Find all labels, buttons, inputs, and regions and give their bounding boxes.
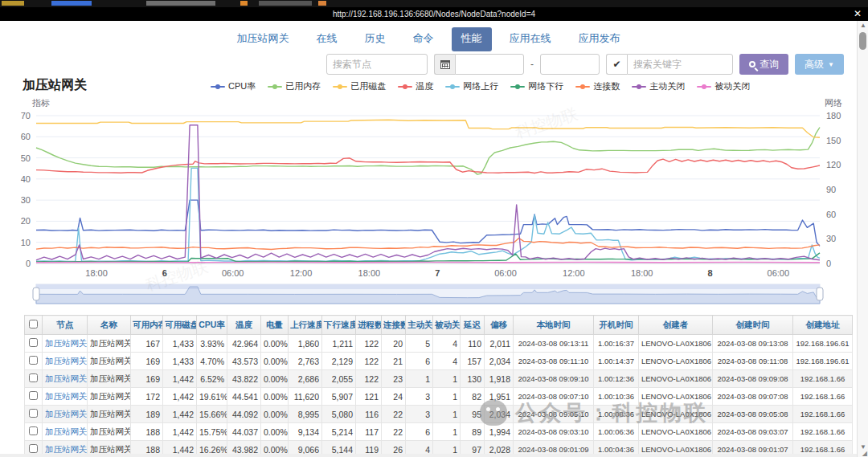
- vertical-scrollbar[interactable]: ▲ ▼ ◢: [857, 21, 868, 457]
- date-to-input[interactable]: [540, 54, 600, 75]
- cell: 2024-03-08 09:07:10: [514, 388, 594, 406]
- col-header: 下行速度: [322, 316, 356, 335]
- cell: 0.00%: [261, 353, 289, 370]
- cell: 0.00%: [261, 423, 289, 441]
- node-link[interactable]: 加压站网关: [45, 391, 88, 401]
- svg-text:12:00: 12:00: [563, 268, 585, 278]
- close-icon[interactable]: ✕: [854, 8, 862, 19]
- calendar-icon[interactable]: [434, 54, 455, 75]
- background-window-fragment: [259, 1, 312, 6]
- col-header: 创建时间: [713, 316, 793, 335]
- legend-item[interactable]: 网络上行: [445, 80, 498, 92]
- legend-marker-icon: [510, 84, 525, 90]
- row-checkbox[interactable]: [29, 444, 38, 453]
- col-header: 可用内存: [131, 316, 163, 335]
- scroll-up-icon[interactable]: ▲: [858, 21, 868, 31]
- search-node-input[interactable]: [326, 54, 428, 75]
- cell: 2024-03-08 09:03:07: [713, 423, 793, 441]
- svg-text:0: 0: [26, 259, 31, 268]
- performance-chart[interactable]: 0102030405060700306090120150180指标网络18:00…: [0, 96, 854, 308]
- tab-6[interactable]: 应用在线: [500, 27, 561, 51]
- cell: 9,134: [289, 423, 322, 441]
- legend-item[interactable]: 已用内存: [268, 80, 321, 92]
- col-header: 开机时间: [594, 316, 639, 335]
- svg-text:18:00: 18:00: [358, 268, 381, 278]
- search-keyword-input[interactable]: [627, 54, 733, 75]
- row-checkbox[interactable]: [29, 409, 38, 418]
- svg-text:18:00: 18:00: [85, 268, 108, 278]
- cell: 5,907: [322, 388, 356, 406]
- node-link[interactable]: 加压站网关: [45, 409, 88, 418]
- row-checkbox[interactable]: [29, 356, 38, 365]
- table-row: 加压站网关加压站网关1881,44215.75%44.0370.00%9,134…: [25, 423, 853, 441]
- cell: 122: [356, 335, 382, 353]
- svg-text:20: 20: [21, 216, 31, 226]
- svg-text:0: 0: [826, 259, 831, 268]
- node-link[interactable]: 加压站网关: [45, 444, 88, 454]
- cell: 1.00:08:36: [594, 406, 639, 423]
- row-checkbox[interactable]: [29, 391, 38, 400]
- col-header: 进程数: [356, 316, 382, 335]
- legend-marker-icon: [211, 84, 225, 90]
- cell: 44.092: [227, 406, 261, 423]
- legend-marker-icon: [268, 84, 282, 90]
- legend-marker-icon: [697, 84, 711, 90]
- cell: 2,055: [322, 370, 356, 388]
- cell: 117: [356, 423, 382, 441]
- node-link[interactable]: 加压站网关: [45, 373, 88, 383]
- cell: LENOVO-LA0X1806: [639, 406, 713, 423]
- cell: 1: [433, 388, 461, 406]
- legend-item[interactable]: 已用磁盘: [333, 80, 386, 92]
- tab-3[interactable]: 历史: [355, 27, 395, 51]
- background-window-fragment: [318, 1, 326, 6]
- cell: 4: [433, 353, 461, 370]
- row-checkbox[interactable]: [29, 373, 38, 382]
- popup-titlebar: http://192.168.196.136:6680/Nodes/NodeDa…: [0, 7, 868, 21]
- cell: 15.66%: [197, 406, 227, 423]
- legend-item[interactable]: 主动关闭: [632, 80, 685, 92]
- svg-text:18:00: 18:00: [631, 268, 653, 278]
- cell: 加压站网关: [43, 423, 88, 441]
- legend-item[interactable]: CPU率: [211, 80, 256, 92]
- cell: 加压站网关: [88, 406, 131, 423]
- cell: 169: [131, 353, 163, 370]
- cell: 167: [131, 335, 163, 353]
- date-from-input[interactable]: [455, 54, 524, 75]
- tab-7[interactable]: 应用发布: [569, 27, 630, 51]
- search-toolbar: - ✔ 查询 高级 ▼: [0, 51, 857, 77]
- row-checkbox[interactable]: [29, 338, 38, 347]
- legend-item[interactable]: 温度: [398, 80, 433, 92]
- scrollbar-thumb[interactable]: [859, 32, 866, 50]
- cell: 189: [131, 406, 163, 423]
- tab-2[interactable]: 在线: [307, 27, 347, 51]
- col-header: 被动关闭: [433, 316, 461, 335]
- legend-item[interactable]: 网络下行: [510, 80, 563, 92]
- cell: 1,860: [289, 335, 322, 353]
- chevron-down-icon: ▼: [828, 61, 834, 68]
- cell: 157: [461, 353, 485, 370]
- check-icon[interactable]: ✔: [606, 54, 627, 75]
- tab-5[interactable]: 性能: [452, 27, 492, 51]
- query-button[interactable]: 查询: [739, 54, 788, 75]
- advanced-button[interactable]: 高级 ▼: [795, 54, 844, 75]
- row-checkbox[interactable]: [29, 426, 38, 435]
- svg-text:70: 70: [21, 111, 31, 120]
- col-header: 连接数: [382, 316, 406, 335]
- node-data-table: 节点名称可用内存可用磁盘CPU率温度电量上行速度下行速度进程数连接数主动关闭被动…: [24, 315, 853, 457]
- cell: 2024-03-08 09:07:08: [713, 388, 793, 406]
- page-body: 加压站网关在线历史命令性能应用在线应用发布 - ✔ 查询 高级 ▼: [0, 21, 857, 457]
- legend-item[interactable]: 连接数: [575, 80, 620, 92]
- node-link[interactable]: 加压站网关: [45, 338, 88, 348]
- tab-1[interactable]: 加压站网关: [227, 27, 299, 51]
- cell: 24: [382, 388, 406, 406]
- legend-item[interactable]: 被动关闭: [697, 80, 750, 92]
- cell: 22: [382, 406, 406, 423]
- select-all-checkbox[interactable]: [29, 320, 38, 328]
- node-link[interactable]: 加压站网关: [45, 426, 88, 436]
- cell: 6: [406, 423, 433, 441]
- cell: 43.573: [227, 353, 261, 370]
- cell: 0.00%: [261, 335, 289, 353]
- tab-4[interactable]: 命令: [403, 27, 444, 51]
- node-link[interactable]: 加压站网关: [45, 356, 88, 365]
- cell: 1,442: [163, 406, 197, 423]
